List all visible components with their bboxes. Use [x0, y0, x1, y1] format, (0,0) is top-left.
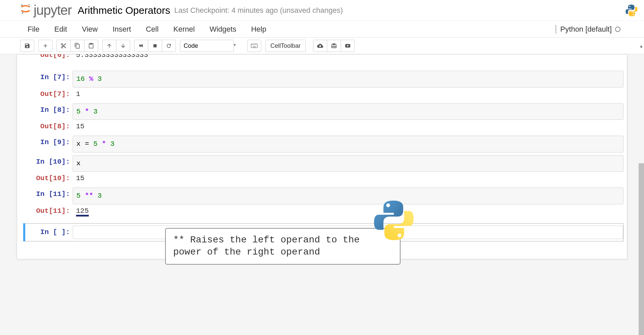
in7-prompt: In [7]:	[21, 71, 73, 84]
paste-icon	[88, 43, 94, 49]
out6-value: 5.333333333333333	[73, 54, 623, 59]
svg-point-14	[386, 203, 390, 207]
svg-rect-11	[256, 44, 256, 45]
step-forward-icon	[139, 43, 144, 48]
svg-rect-10	[255, 44, 255, 45]
notebook-container: Out[6]: 5.333333333333333 In [7]: 16 % 3…	[17, 54, 627, 259]
menu-cell[interactable]: Cell	[139, 22, 166, 36]
plus-icon	[42, 43, 48, 49]
stop-icon	[153, 43, 157, 48]
in11-code[interactable]: 5 ** 3	[73, 188, 623, 204]
scroll-up-arrow-icon[interactable]: ▲	[639, 44, 643, 48]
logo-text: jupyter	[34, 3, 72, 18]
copy-icon	[74, 43, 80, 49]
svg-point-1	[29, 4, 30, 6]
arrow-up-icon	[106, 43, 112, 49]
out10-value: 15	[73, 172, 623, 185]
out7-prompt: Out[7]:	[21, 88, 73, 101]
toolbar: Code CellToolbar	[0, 38, 644, 54]
gift-button[interactable]	[327, 40, 341, 52]
interrupt-button[interactable]	[148, 40, 162, 52]
out11-value: 125	[73, 204, 623, 219]
jupyter-logo[interactable]: jupyter	[20, 3, 72, 18]
menu-widgets[interactable]: Widgets	[202, 22, 243, 36]
gift-icon	[331, 43, 337, 49]
out8-prompt: Out[8]:	[21, 120, 73, 133]
out6-prompt: Out[6]:	[21, 54, 73, 59]
cut-button[interactable]	[56, 40, 71, 52]
kernel-idle-icon[interactable]	[615, 27, 620, 32]
in7-code[interactable]: 16 % 3	[73, 71, 623, 88]
out8-value: 15	[73, 120, 623, 133]
out10-prompt: Out[10]:	[21, 172, 73, 185]
svg-rect-8	[253, 44, 253, 45]
cell-10[interactable]: In [10]: x Out[10]: 15	[21, 155, 623, 185]
save-icon	[24, 43, 30, 49]
notebook-scroll[interactable]: Out[6]: 5.333333333333333 In [7]: 16 % 3…	[0, 54, 644, 335]
menu-bar: File Edit View Insert Cell Kernel Widget…	[0, 21, 644, 38]
svg-rect-12	[253, 46, 256, 47]
checkpoint-text: Last Checkpoint: 4 minutes ago (unsaved …	[174, 6, 343, 15]
cut-icon	[61, 43, 67, 49]
refresh-icon	[166, 43, 172, 49]
kernel-name: Python [default]	[560, 25, 612, 34]
cloud-download-icon	[317, 43, 323, 49]
svg-point-2	[22, 12, 24, 14]
tooltip-box: ** Raises the left operand to the power …	[165, 228, 401, 265]
menu-edit[interactable]: Edit	[47, 22, 74, 36]
notebook-title[interactable]: Arithmetic Operators	[78, 5, 170, 16]
menu-file[interactable]: File	[24, 22, 47, 36]
youtube-icon	[345, 43, 351, 49]
run-button[interactable]	[134, 40, 148, 52]
in11-prompt: In [11]:	[21, 188, 73, 201]
cell-out-6[interactable]: Out[6]: 5.333333333333333	[21, 54, 623, 59]
menu-insert[interactable]: Insert	[105, 22, 139, 36]
celltoolbar-button[interactable]: CellToolbar	[265, 40, 306, 52]
cell-11[interactable]: In [11]: 5 ** 3 Out[11]: 125	[21, 188, 623, 219]
in8-prompt: In [8]:	[21, 103, 73, 116]
jupyter-icon	[20, 3, 32, 15]
add-cell-button[interactable]	[38, 40, 52, 52]
cell-8[interactable]: In [8]: 5 * 3 Out[8]: 15	[21, 103, 623, 133]
in9-code[interactable]: x = 5 * 3	[73, 136, 623, 153]
copy-button[interactable]	[70, 40, 84, 52]
video-button[interactable]	[341, 40, 355, 52]
in9-prompt: In [9]:	[21, 136, 73, 149]
in10-prompt: In [10]:	[21, 155, 73, 168]
menu-view[interactable]: View	[74, 22, 105, 36]
in8-code[interactable]: 5 * 3	[73, 103, 623, 120]
in-empty-prompt: In [ ]:	[25, 226, 73, 239]
svg-point-4	[633, 14, 634, 15]
svg-rect-9	[254, 44, 254, 45]
move-down-button[interactable]	[116, 40, 130, 52]
menu-kernel[interactable]: Kernel	[166, 22, 202, 36]
arrow-down-icon	[120, 43, 126, 49]
menu-help[interactable]: Help	[244, 22, 274, 36]
scrollbar-thumb[interactable]	[639, 163, 644, 335]
svg-rect-7	[252, 44, 252, 45]
restart-button[interactable]	[162, 40, 176, 52]
command-palette-button[interactable]	[247, 40, 261, 52]
out7-value: 1	[73, 88, 623, 101]
kernel-status: Python [default]	[556, 25, 620, 34]
svg-rect-5	[153, 44, 156, 47]
python-logo-icon[interactable]	[624, 3, 639, 18]
in10-code[interactable]: x	[73, 155, 623, 172]
celltype-select[interactable]: Code	[180, 40, 234, 52]
svg-point-3	[629, 6, 631, 7]
cell-7[interactable]: In [7]: 16 % 3 Out[7]: 1	[21, 71, 623, 101]
svg-rect-6	[251, 44, 258, 47]
cloud-download-button[interactable]	[313, 40, 327, 52]
keyboard-icon	[251, 43, 258, 48]
save-button[interactable]	[20, 40, 34, 52]
notebook-header: jupyter Arithmetic Operators Last Checkp…	[0, 0, 644, 21]
paste-button[interactable]	[84, 40, 98, 52]
svg-point-15	[397, 234, 401, 237]
python-logo-overlay	[370, 196, 417, 245]
svg-point-0	[21, 4, 23, 6]
out11-prompt: Out[11]:	[21, 204, 73, 217]
move-up-button[interactable]	[102, 40, 116, 52]
cell-9[interactable]: In [9]: x = 5 * 3	[21, 136, 623, 153]
